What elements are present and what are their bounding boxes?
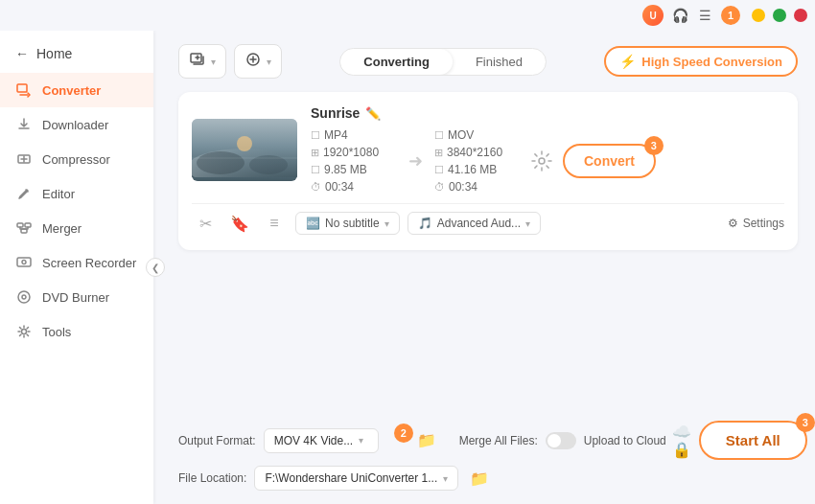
notification-badge: 1 (721, 6, 740, 25)
settings-gear-icon (530, 149, 553, 172)
high-speed-button[interactable]: ⚡ High Speed Conversion (604, 46, 798, 77)
svg-rect-0 (17, 84, 27, 92)
titlebar-icons: U 🎧 ☰ 1 (642, 5, 740, 26)
merger-label: Merger (42, 221, 82, 236)
output-format-select[interactable]: MOV 4K Vide... ▾ (264, 428, 379, 453)
effects-icon[interactable]: ≡ (261, 210, 288, 237)
merge-toggle[interactable] (546, 432, 576, 449)
bottom-bar: Output Format: MOV 4K Vide... ▾ 2 📁 Merg… (178, 421, 798, 491)
sidebar-item-tools[interactable]: Tools (0, 314, 153, 349)
svg-point-14 (237, 136, 252, 151)
folder-icon[interactable]: 📁 (417, 431, 436, 449)
subtitle-chevron: ▾ (384, 218, 389, 229)
output-settings-icon-group[interactable] (530, 149, 553, 172)
output-format-label: Output Format: (178, 434, 256, 447)
toolbar-actions: ▾ ▾ (178, 44, 282, 79)
sidebar-item-dvd-burner[interactable]: DVD Burner (0, 280, 153, 314)
user-avatar[interactable]: U (642, 5, 664, 26)
sidebar-item-screen-recorder[interactable]: Screen Recorder (0, 245, 153, 280)
menu-icon[interactable]: ☰ (696, 7, 713, 24)
settings-button[interactable]: ⚙ Settings (728, 217, 784, 230)
input-duration-item: ⏱ 00:34 (311, 180, 397, 194)
svg-point-6 (22, 261, 26, 264)
resolution-icon: ⊞ (311, 147, 319, 159)
subtitle-select[interactable]: 🔤 No subtitle ▾ (295, 212, 400, 235)
location-value: F:\Wondershare UniConverter 1... (265, 471, 437, 485)
compressor-label: Compressor (42, 152, 110, 167)
editor-icon (15, 185, 33, 202)
output-resolution-item: ⊞ 3840*2160 (434, 146, 521, 159)
editor-label: Editor (42, 187, 75, 201)
output-size-icon: ☐ (434, 164, 444, 176)
conversion-arrow-icon: ➜ (408, 150, 423, 172)
convert-button[interactable]: Convert (563, 144, 656, 178)
tools-icon (15, 323, 33, 340)
upload-group: Upload to Cloud ☁️🔒 (584, 423, 691, 459)
bottom-row-2: File Location: F:\Wondershare UniConvert… (178, 466, 798, 491)
add-more-chevron-icon: ▾ (267, 57, 271, 67)
output-resolution-icon: ⊞ (434, 147, 443, 159)
subtitle-icon: 🔤 (306, 217, 320, 230)
input-resolution-item: ⊞ 1920*1080 (311, 146, 397, 159)
add-files-button[interactable]: ▾ (178, 44, 226, 79)
sidebar-item-merger[interactable]: Merger (0, 211, 153, 245)
bookmark-icon[interactable]: 🔖 (226, 210, 253, 237)
sidebar-item-compressor[interactable]: Compressor (0, 142, 153, 176)
upload-cloud-icon[interactable]: ☁️🔒 (672, 423, 691, 459)
output-duration-item: ⏱ 00:34 (434, 180, 521, 194)
titlebar: U 🎧 ☰ 1 (0, 0, 815, 31)
sidebar-collapse-button[interactable]: ❮ (146, 258, 165, 277)
duration-icon: ⏱ (311, 181, 321, 193)
maximize-button[interactable] (773, 9, 786, 22)
file-thumbnail (192, 119, 297, 181)
output-resolution: 3840*2160 (447, 146, 502, 159)
edit-title-icon[interactable]: ✏️ (365, 106, 381, 121)
start-all-button[interactable]: Start All (699, 421, 807, 460)
file-meta: ☐ MP4 ⊞ 1920*1080 ☐ 9.85 MB (311, 128, 784, 194)
compressor-icon (15, 150, 33, 168)
file-card-footer: ✂ 🔖 ≡ 🔤 No subtitle ▾ 🎵 Advanced Aud... … (192, 203, 784, 237)
tab-converting[interactable]: Converting (340, 49, 453, 75)
audio-value: Advanced Aud... (437, 217, 521, 230)
format-badge-wrapper: 2 (386, 431, 406, 450)
input-duration: 00:34 (325, 180, 354, 194)
sidebar-back[interactable]: ← Home (0, 38, 153, 73)
location-folder-icon[interactable]: 📁 (470, 470, 489, 488)
output-size-item: ☐ 41.16 MB (434, 163, 521, 176)
tab-finished[interactable]: Finished (453, 49, 546, 75)
file-location-select[interactable]: F:\Wondershare UniConverter 1... ▾ (254, 466, 458, 491)
svg-point-18 (539, 158, 545, 164)
minimize-button[interactable] (752, 9, 765, 22)
sidebar-item-converter[interactable]: Converter (0, 73, 153, 107)
input-size-item: ☐ 9.85 MB (311, 163, 397, 176)
start-all-wrapper: Start All 3 (699, 421, 807, 460)
add-files-icon (189, 51, 206, 72)
upload-label: Upload to Cloud (584, 434, 666, 447)
app-body: ← Home Converter Downloader (0, 31, 815, 504)
back-arrow-icon: ← (15, 46, 29, 61)
bottom-row-1: Output Format: MOV 4K Vide... ▾ 2 📁 Merg… (178, 421, 798, 460)
chevron-down-icon: ▾ (211, 57, 216, 67)
settings-icon: ⚙ (728, 217, 738, 230)
downloader-icon (15, 116, 33, 133)
location-label: File Location: (178, 471, 246, 485)
subtitle-value: No subtitle (325, 217, 380, 230)
screen-recorder-icon (15, 254, 33, 271)
sidebar-item-downloader[interactable]: Downloader (0, 107, 153, 142)
converter-label: Converter (42, 83, 101, 98)
convert-badge: 3 (644, 136, 664, 155)
close-button[interactable] (794, 9, 807, 22)
converter-icon (15, 81, 33, 99)
svg-rect-5 (17, 258, 31, 266)
dvd-burner-icon (15, 288, 33, 306)
content-spacer (178, 262, 798, 421)
audio-icon: 🎵 (418, 217, 432, 230)
high-speed-label: High Speed Conversion (641, 55, 782, 69)
add-more-button[interactable]: ▾ (234, 44, 282, 79)
cut-icon[interactable]: ✂ (192, 210, 219, 237)
format-badge: 2 (394, 424, 413, 443)
sidebar-item-editor[interactable]: Editor (0, 176, 153, 211)
output-format-item: ☐ MOV (434, 128, 521, 142)
audio-select[interactable]: 🎵 Advanced Aud... ▾ (408, 212, 541, 235)
headset-icon[interactable]: 🎧 (671, 7, 688, 24)
